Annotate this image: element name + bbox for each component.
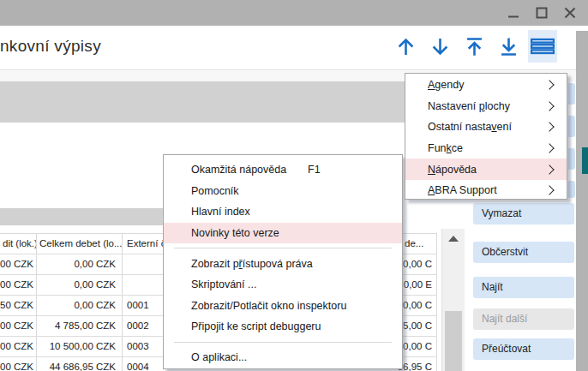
table-cell: 44 686,95 CZK <box>37 357 123 371</box>
menu-item-skriptov-n[interactable]: Skriptování ... <box>164 274 402 296</box>
background-window-edge <box>576 31 588 371</box>
table-header-row: dit (lok.) Celkem debet (lo... Externí č… <box>0 234 163 254</box>
menu-item-label: Skriptování ... <box>191 278 256 290</box>
menu-item-label: Zobrazit přístupová práva <box>191 258 313 270</box>
menu-item-p-ipojit-ke-script-debuggeru[interactable]: Připojit ke script debuggeru <box>164 316 402 338</box>
table-cell: 0002 <box>123 316 163 336</box>
background-teal-fragment <box>582 147 588 174</box>
table-cell: 0004 <box>123 357 163 371</box>
table-cell: 0001 <box>123 296 163 315</box>
hidden-button-sliver <box>568 148 575 170</box>
table-cell: 0,00 CZK <box>37 296 123 315</box>
vymazat-button[interactable]: Vymazat <box>473 203 574 224</box>
table-row[interactable]: 00 CZK0,00 CZK <box>0 275 163 296</box>
menu-item-funkce[interactable]: Funkce <box>405 138 567 159</box>
table-row[interactable]: 00 CZK44 686,95 CZK0004 <box>0 357 163 371</box>
table-cell: 00 CZK <box>0 357 37 371</box>
arrow-down-icon[interactable] <box>425 30 454 63</box>
hidden-button-sliver <box>568 116 575 137</box>
titlebar <box>0 0 588 26</box>
menu-item-label: Hlavní index <box>191 206 250 218</box>
table-cell <box>123 275 163 295</box>
arrow-down-to-bottom-icon[interactable] <box>494 30 523 63</box>
submenu-chevron-icon <box>544 123 554 132</box>
hamburger-dropdown-menu: AgendyNastavení plochyOstatní nastaveníF… <box>405 73 567 200</box>
column-header[interactable]: Externí č... <box>123 234 163 254</box>
menu-item-label: ABRA Support <box>428 184 497 196</box>
submenu-chevron-icon <box>544 165 554 174</box>
table-row[interactable]: 00 CZK10 500,00 CZK0003 <box>0 337 163 357</box>
submenu-chevron-icon <box>544 81 554 90</box>
menu-item-abra-support[interactable]: ABRA Support <box>405 180 567 201</box>
submenu-chevron-icon <box>544 143 554 153</box>
page-title: nkovní výpisy <box>0 37 101 56</box>
arrow-up-to-top-icon[interactable] <box>459 30 489 63</box>
filter-band <box>0 81 467 123</box>
menu-item-o-aplikaci[interactable]: O aplikaci... <box>164 347 402 368</box>
submenu-chevron-icon <box>544 186 554 195</box>
column-header[interactable]: Celkem debet (lo... <box>37 234 123 254</box>
menu-item-ostatn-nastaven[interactable]: Ostatní nastavení <box>405 117 567 138</box>
table-cell: 10 500,00 CZK <box>37 337 123 356</box>
close-icon[interactable] <box>561 3 579 22</box>
ob-erstvit-button[interactable]: Občerstvit <box>473 242 574 263</box>
table-cell: 50 CZK <box>0 296 37 315</box>
p-e-tovat-button[interactable]: Přeúčtovat <box>473 338 574 360</box>
maximize-icon[interactable] <box>532 3 551 22</box>
hidden-button-sliver <box>568 83 575 105</box>
record-navigation-toolbar <box>391 30 557 63</box>
menu-separator <box>174 248 392 248</box>
table-cell: 00 CZK <box>0 275 37 295</box>
app-window: nkovní výpisy dit (lo <box>0 0 588 371</box>
menu-item-label: Novinky této verze <box>191 227 279 239</box>
scrollbar-thumb[interactable] <box>445 311 462 371</box>
table-cell: 4 785,00 CZK <box>37 316 123 336</box>
napoveda-submenu: Okamžitá nápovědaF1PomocníkHlavní indexN… <box>163 154 403 369</box>
submenu-chevron-icon <box>544 101 554 111</box>
naj-t-button[interactable]: Najít <box>473 277 574 298</box>
hamburger-menu-icon[interactable] <box>528 30 557 63</box>
table-cell: 0,00 CZK <box>37 254 123 274</box>
menu-item-label: Agendy <box>428 79 464 91</box>
minimize-icon[interactable] <box>504 3 523 22</box>
header-bar: nkovní výpisy <box>0 26 576 70</box>
menu-item-novinky-t-to-verze[interactable]: Novinky této verze <box>164 223 402 244</box>
menu-item-pomocn-k[interactable]: Pomocník <box>164 181 402 202</box>
arrow-up-icon[interactable] <box>391 30 420 63</box>
table-row[interactable]: 00 CZK0,00 CZK <box>0 254 163 275</box>
table-cell <box>123 254 163 274</box>
table-cell: 0,00 CZK <box>37 275 123 295</box>
naj-t-dal-button: Najít další <box>473 308 574 330</box>
table-cell: 00 CZK <box>0 316 37 336</box>
table-row[interactable]: 00 CZK4 785,00 CZK0002 <box>0 316 163 337</box>
menu-item-label: Ostatní nastavení <box>428 121 512 133</box>
menu-item-okam-it-n-pov-da[interactable]: Okamžitá nápovědaF1 <box>164 159 402 181</box>
column-header[interactable]: dit (lok.) <box>0 234 37 254</box>
menu-item-label: O aplikaci... <box>191 351 247 363</box>
menu-item-zobrazit-p-stupov-pr-va[interactable]: Zobrazit přístupová práva <box>164 253 402 274</box>
hidden-button-sliver <box>568 181 575 198</box>
scroll-up-icon[interactable] <box>442 230 465 246</box>
menu-item-label: Zobrazit/Potlačit okno inspektoru <box>191 300 346 312</box>
vertical-scrollbar[interactable] <box>441 229 465 371</box>
menu-item-label: Připojit ke script debuggeru <box>191 320 321 332</box>
table-cell: 00 CZK <box>0 337 37 356</box>
menu-item-label: Okamžitá nápověda <box>191 164 286 176</box>
records-table: dit (lok.) Celkem debet (lo... Externí č… <box>0 233 163 371</box>
menu-item-nastaven-plochy[interactable]: Nastavení plochy <box>405 96 567 117</box>
menu-item-n-pov-da[interactable]: Nápověda <box>405 159 567 180</box>
menu-item-agendy[interactable]: Agendy <box>405 75 567 96</box>
menu-item-label: Nastavení plochy <box>428 100 510 112</box>
menu-item-label: Nápověda <box>428 164 477 176</box>
menu-item-hlavn-index[interactable]: Hlavní index <box>164 201 402 223</box>
menu-item-zobrazit-potla-it-okno-inspektoru[interactable]: Zobrazit/Potlačit okno inspektoru <box>164 296 402 317</box>
table-cell: 0003 <box>123 337 163 356</box>
menu-separator <box>174 342 392 343</box>
table-cell: 00 CZK <box>0 254 37 274</box>
menu-item-label: Pomocník <box>191 185 239 197</box>
window-controls <box>504 0 579 26</box>
table-row[interactable]: 50 CZK0,00 CZK0001 <box>0 296 163 316</box>
menu-item-label: Funkce <box>428 142 463 154</box>
menu-item-shortcut: F1 <box>308 164 321 176</box>
